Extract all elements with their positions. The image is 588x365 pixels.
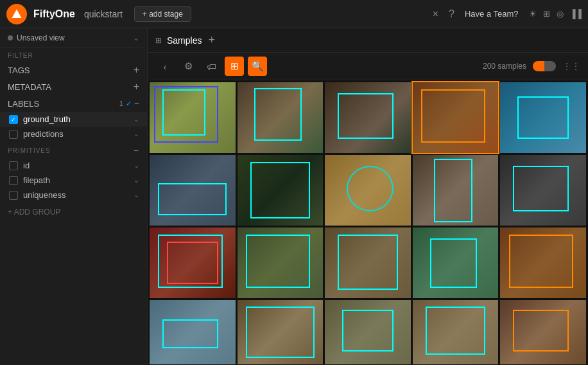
- labels-label: LABELS: [8, 99, 119, 109]
- primitive-item-uniqueness[interactable]: uniqueness ⌄: [0, 188, 147, 202]
- image-cell-cat5[interactable]: [413, 300, 499, 364]
- metadata-add-icon[interactable]: +: [134, 82, 139, 92]
- image-cell-cat4[interactable]: [325, 300, 411, 364]
- settings-button[interactable]: ⚙: [178, 57, 198, 76]
- sidebar-item-metadata[interactable]: METADATA +: [0, 78, 147, 95]
- labels-minus-icon[interactable]: −: [134, 98, 139, 109]
- filepath-chevron[interactable]: ⌄: [134, 176, 139, 184]
- image-cell-person[interactable]: [413, 155, 499, 226]
- grid-icon[interactable]: ⊞: [543, 9, 550, 19]
- image-cell-dog1[interactable]: [500, 300, 586, 364]
- metadata-label: METADATA: [8, 82, 134, 92]
- view-chevron: ⌄: [133, 33, 139, 42]
- image-cell-pizza[interactable]: [500, 227, 586, 298]
- filter-section-header: FILTER: [0, 48, 147, 62]
- filepath-checkbox[interactable]: [9, 176, 18, 185]
- label-item-predictions[interactable]: predictions ⌄: [0, 127, 147, 141]
- check-icon: ✓: [11, 116, 16, 123]
- view-selector[interactable]: Unsaved view ⌄: [0, 28, 147, 48]
- uniqueness-chevron[interactable]: ⌄: [134, 191, 139, 199]
- ground-truth-label: ground_truth: [23, 114, 134, 124]
- image-cell-turkey[interactable]: [150, 82, 236, 153]
- uniqueness-label: uniqueness: [23, 190, 134, 200]
- add-stage-button[interactable]: + add stage: [134, 6, 191, 22]
- image-cell-horse[interactable]: [238, 82, 324, 153]
- sidebar-item-tags[interactable]: TAGS +: [0, 62, 147, 78]
- toolbar: ‹ ⚙ 🏷 ⊞ 🔍 200 samples ⋮⋮: [148, 53, 588, 80]
- labels-check-icon: ✓: [126, 100, 132, 108]
- samples-title: Samples: [167, 35, 202, 46]
- label-item-ground-truth[interactable]: ✓ ground_truth ⌄: [0, 112, 147, 127]
- help-icon[interactable]: ?: [449, 8, 454, 20]
- ground-truth-checkbox[interactable]: ✓: [9, 115, 18, 124]
- samples-header: ⊞ Samples +: [148, 28, 588, 53]
- primitive-item-filepath[interactable]: filepath ⌄: [0, 173, 147, 188]
- primitives-label: PRIMITIVES: [8, 147, 51, 154]
- add-group-button[interactable]: + ADD GROUP: [0, 202, 147, 222]
- content-area: ⊞ Samples + ‹ ⚙ 🏷 ⊞ 🔍 200 samples ⋮⋮: [148, 28, 588, 365]
- image-cell-cow[interactable]: [238, 155, 324, 226]
- tags-add-icon[interactable]: +: [134, 65, 139, 75]
- topbar-icons: ☀ ⊞ ◎ ▐▐: [529, 9, 582, 19]
- labels-count: 1: [119, 100, 123, 107]
- image-cell-cat2[interactable]: [325, 155, 411, 226]
- uniqueness-checkbox[interactable]: [9, 191, 18, 200]
- image-cell-bear1[interactable]: [325, 227, 411, 298]
- team-text: Have a Team?: [465, 9, 519, 19]
- samples-grid-icon: ⊞: [155, 36, 162, 45]
- svg-marker-0: [12, 9, 22, 18]
- github-icon[interactable]: ◎: [557, 9, 564, 19]
- image-cell-plane[interactable]: [150, 300, 236, 364]
- back-button[interactable]: ‹: [155, 57, 175, 76]
- filter-label: FILTER: [8, 52, 33, 59]
- logo: [6, 4, 27, 24]
- sample-count: 200 samples: [483, 62, 526, 71]
- tags-label: TAGS: [8, 66, 134, 75]
- image-cell-dogs[interactable]: [238, 227, 324, 298]
- grid-dots-icon[interactable]: ⋮⋮: [562, 61, 580, 71]
- primitives-section-header: PRIMITIVES −: [0, 141, 147, 158]
- dataset-name: quickstart: [84, 9, 123, 19]
- grid-row-3: [150, 227, 586, 298]
- primitive-item-id[interactable]: id ⌄: [0, 158, 147, 173]
- image-cell-bear2[interactable]: [238, 300, 324, 364]
- ground-truth-chevron[interactable]: ⌄: [134, 115, 139, 123]
- toggle-wrap: [533, 61, 556, 71]
- main-layout: Unsaved view ⌄ FILTER TAGS + METADATA + …: [0, 28, 588, 365]
- grid-row-1: [150, 82, 586, 153]
- image-cell-train[interactable]: [150, 155, 236, 226]
- image-cell-food[interactable]: [413, 82, 499, 153]
- image-cell-lobster[interactable]: [150, 227, 236, 298]
- sun-icon[interactable]: ☀: [529, 9, 537, 19]
- close-icon[interactable]: ×: [433, 8, 438, 20]
- image-grid-container: [148, 80, 588, 365]
- app-name: FiftyOne: [33, 8, 75, 20]
- sidebar-item-labels[interactable]: LABELS 1 ✓ −: [0, 95, 147, 112]
- grid-row-4: [150, 300, 586, 364]
- grid-row-2: [150, 155, 586, 226]
- topbar-right: × ? Have a Team? ☀ ⊞ ◎ ▐▐: [433, 8, 582, 20]
- tag-button[interactable]: 🏷: [202, 57, 221, 76]
- predictions-chevron[interactable]: ⌄: [134, 130, 139, 138]
- image-cell-toy[interactable]: [413, 227, 499, 298]
- predictions-checkbox[interactable]: [9, 130, 18, 139]
- search-button[interactable]: 🔍: [248, 57, 267, 76]
- view-dot: [8, 35, 13, 40]
- id-chevron[interactable]: ⌄: [134, 161, 139, 170]
- id-checkbox[interactable]: [9, 161, 18, 170]
- toggle-track[interactable]: [533, 61, 556, 71]
- image-cell-cat3[interactable]: [500, 155, 586, 226]
- sidebar: Unsaved view ⌄ FILTER TAGS + METADATA + …: [0, 28, 148, 365]
- image-cell-cat1[interactable]: [325, 82, 411, 153]
- topbar: FiftyOne quickstart + add stage × ? Have…: [0, 0, 588, 28]
- grid-view-button[interactable]: ⊞: [225, 57, 244, 76]
- view-label: Unsaved view: [17, 33, 133, 42]
- menu-icon[interactable]: ▐▐: [570, 9, 582, 19]
- predictions-label: predictions: [23, 129, 134, 139]
- filepath-label: filepath: [23, 175, 134, 185]
- id-label: id: [23, 161, 134, 170]
- toolbar-right: 200 samples ⋮⋮: [483, 61, 580, 71]
- samples-add-button[interactable]: +: [208, 33, 215, 47]
- primitives-minus-icon[interactable]: −: [134, 145, 139, 156]
- image-cell-cake[interactable]: [500, 82, 586, 153]
